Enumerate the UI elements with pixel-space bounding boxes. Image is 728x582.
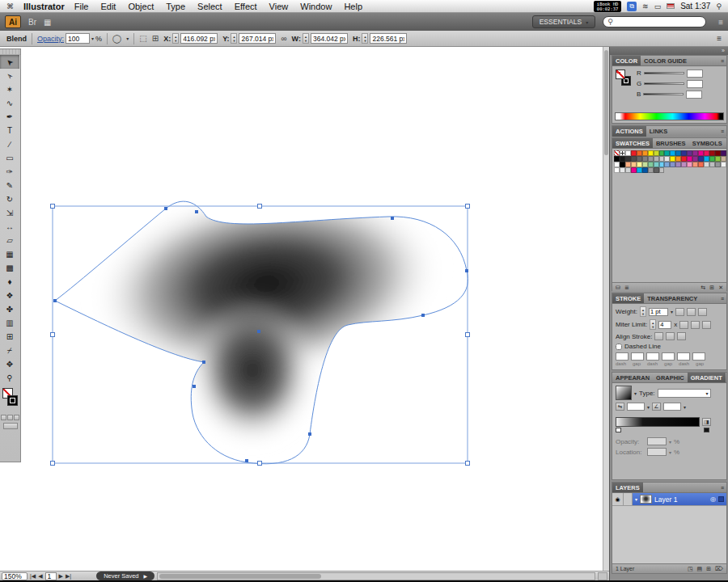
dock-collapse-bar[interactable]: » [610, 47, 728, 55]
panel-menu-icon[interactable]: ≡ [721, 293, 726, 303]
tab-color-guide[interactable]: COLOR GUIDE [641, 56, 690, 65]
swatch[interactable] [709, 156, 715, 162]
gradient-slider-bar[interactable] [616, 417, 700, 427]
swatch[interactable] [681, 150, 687, 156]
appbar-menu-icon[interactable]: ≡ [718, 18, 723, 27]
swatch[interactable] [637, 156, 642, 162]
status-menu-icon[interactable]: ▶ [144, 573, 148, 579]
arrange-documents-icon[interactable]: ▦ [44, 18, 51, 27]
layer-visibility-toggle[interactable]: ◉ [612, 493, 624, 505]
swatch[interactable] [614, 167, 620, 173]
swatch[interactable] [625, 162, 631, 167]
stepper-icon[interactable]: ▲▼ [362, 33, 368, 44]
layer-target-icon[interactable]: ◎ [710, 496, 716, 503]
tab-actions[interactable]: ACTIONS [612, 126, 646, 137]
layer-selection-indicator[interactable] [718, 496, 724, 502]
stepper-icon[interactable]: ▲▼ [231, 33, 237, 44]
channel-b-input[interactable] [686, 91, 702, 99]
gradient-aspect-input[interactable] [663, 403, 681, 411]
swatch[interactable] [648, 156, 654, 162]
swatch[interactable] [698, 156, 704, 162]
channel-slider[interactable] [644, 82, 684, 85]
swatch[interactable] [715, 162, 721, 167]
tab-gradient[interactable]: GRADIENT [688, 373, 726, 382]
swatch-none[interactable] [614, 150, 620, 156]
control-panel-menu-icon[interactable]: ≡ [717, 34, 722, 43]
tab-color[interactable]: COLOR [612, 56, 641, 65]
swatch[interactable] [614, 162, 620, 167]
layer-name[interactable]: Layer 1 [654, 496, 677, 504]
type-tool[interactable]: T [0, 124, 19, 137]
spotlight-icon[interactable]: ⚲ [716, 2, 722, 11]
zoom-tool[interactable]: ⚲ [0, 371, 19, 385]
chevron-down-icon[interactable]: ▾ [91, 36, 94, 41]
layer-row[interactable]: ◉ ▾ Layer 1 ◎ [612, 493, 726, 506]
channel-slider[interactable] [644, 72, 684, 74]
battery-icon[interactable]: ▭ [654, 2, 662, 11]
swatch[interactable] [709, 150, 715, 156]
swatch[interactable] [664, 150, 670, 156]
menu-window[interactable]: Window [300, 2, 332, 11]
swatch[interactable] [721, 150, 726, 156]
gradient-tool[interactable]: ▩ [0, 261, 19, 275]
swatch-registration[interactable] [620, 150, 625, 156]
width-tool[interactable]: ↔ [0, 220, 19, 234]
join-bevel-icon[interactable] [702, 321, 711, 329]
dash-input[interactable] [616, 352, 629, 361]
menubar-clock[interactable]: Sat 1:37 [680, 2, 710, 11]
gap-input[interactable] [692, 352, 705, 361]
chevron-down-icon[interactable]: ▾ [126, 36, 129, 41]
weight-input[interactable] [649, 308, 668, 316]
cap-projecting-icon[interactable] [698, 308, 707, 316]
swatch[interactable] [614, 156, 620, 162]
swatch[interactable] [620, 162, 625, 167]
layer-expand-icon[interactable]: ▾ [635, 496, 637, 502]
join-round-icon[interactable] [691, 321, 700, 329]
workspace-switcher-button[interactable]: ESSENTIALS ▾ [532, 15, 595, 28]
swatch[interactable] [670, 156, 675, 162]
tab-links[interactable]: LINKS [646, 126, 671, 137]
gradient-thumbnail[interactable] [616, 386, 632, 400]
chevron-down-icon[interactable]: ▾ [647, 404, 650, 410]
window-resize-corner[interactable] [598, 572, 607, 580]
swatch[interactable] [715, 156, 721, 162]
layer-selected-area[interactable]: ▾ Layer 1 ◎ [633, 493, 726, 505]
swatch[interactable] [698, 162, 704, 167]
cap-butt-icon[interactable] [675, 308, 684, 316]
swatch[interactable] [704, 156, 709, 162]
stepper-icon[interactable]: ▲▼ [303, 33, 309, 44]
pencil-tool[interactable]: ✎ [0, 179, 19, 192]
gradient-stop-black[interactable] [704, 428, 709, 432]
direct-selection-tool[interactable]: ➢ [0, 69, 19, 82]
tab-swatches[interactable]: SWATCHES [612, 138, 653, 148]
hand-tool[interactable]: ✥ [0, 357, 19, 371]
artboard[interactable] [0, 47, 603, 571]
chevron-down-icon[interactable]: ▾ [684, 404, 686, 410]
chevron-down-icon[interactable]: ▾ [671, 309, 673, 314]
symbol-sprayer-tool[interactable]: ✤ [0, 302, 19, 316]
swatch[interactable] [692, 156, 698, 162]
menu-help[interactable]: Help [344, 2, 362, 11]
reference-point-icon[interactable]: ⊞ [152, 34, 159, 43]
swatch[interactable] [664, 156, 670, 162]
horizontal-scrollbar-thumb[interactable] [159, 574, 321, 579]
swatch[interactable] [637, 162, 642, 167]
delete-layer-icon[interactable]: ⌦ [715, 566, 723, 572]
swatch-flow-icon[interactable]: ⇆ [700, 285, 705, 291]
channel-g-input[interactable] [687, 80, 703, 88]
tab-transparency[interactable]: TRANSPARENCY [644, 293, 700, 303]
h-input[interactable] [370, 33, 407, 44]
gradient-angle-input[interactable] [627, 403, 645, 411]
panel-menu-icon[interactable]: ≡ [721, 483, 726, 492]
layer-lock-toggle[interactable] [624, 493, 633, 505]
swatch[interactable] [675, 156, 681, 162]
rotate-tool[interactable]: ↻ [0, 192, 19, 206]
make-mask-icon[interactable]: ◳ [688, 566, 693, 572]
rectangle-tool[interactable]: ▭ [0, 151, 19, 165]
swatch[interactable] [654, 156, 659, 162]
swatch[interactable] [659, 167, 665, 173]
swatch[interactable] [637, 167, 642, 173]
tab-stroke[interactable]: STROKE [612, 293, 644, 303]
screen-mode-button[interactable] [3, 423, 18, 429]
swatch[interactable] [631, 162, 637, 167]
